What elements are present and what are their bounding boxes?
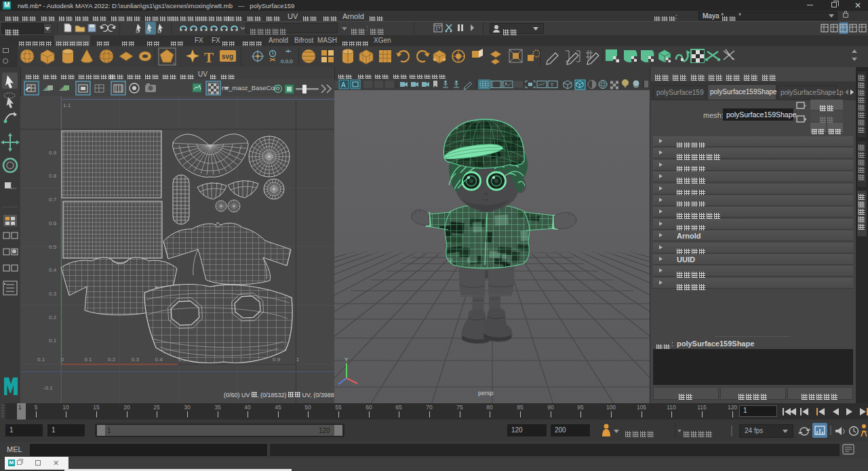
svg-text:1: 1 [18, 404, 22, 411]
svg-text:Y: Y [344, 356, 349, 363]
svg-text:60: 60 [366, 404, 372, 411]
svg-text:0.4: 0.4 [49, 267, 57, 273]
svg-text:T: T [551, 82, 554, 88]
svg-text:5: 5 [35, 404, 38, 411]
svg-text:105: 105 [637, 404, 646, 411]
svg-text:0.2: 0.2 [49, 314, 57, 321]
svg-text:0.6: 0.6 [49, 220, 57, 226]
svg-text:30: 30 [184, 404, 191, 411]
svg-text:50: 50 [304, 404, 311, 411]
svg-text:10: 10 [62, 404, 69, 411]
svg-text:70: 70 [426, 404, 433, 411]
svg-text:T: T [204, 49, 214, 66]
svg-text:0.5: 0.5 [49, 244, 57, 250]
svg-text:0.4: 0.4 [155, 356, 163, 363]
svg-text:persp: persp [478, 390, 494, 396]
svg-text:0.7: 0.7 [49, 197, 57, 203]
svg-text:120: 120 [728, 404, 737, 411]
svg-text:0.9: 0.9 [49, 150, 57, 156]
svg-text:0.1: 0.1 [37, 356, 45, 363]
svg-text:0: 0 [61, 356, 64, 363]
svg-text:1: 1 [296, 356, 300, 363]
svg-text:80: 80 [486, 404, 493, 411]
svg-text:0.3: 0.3 [49, 291, 57, 297]
svg-text:40: 40 [244, 404, 251, 411]
svg-text:25: 25 [153, 404, 160, 411]
svg-text:0.2: 0.2 [108, 356, 116, 363]
svg-text:A: A [341, 81, 346, 89]
svg-text:85: 85 [517, 404, 524, 411]
svg-text:55: 55 [335, 404, 342, 411]
svg-text:0.1: 0.1 [49, 337, 57, 344]
svg-text:65: 65 [395, 404, 402, 411]
svg-text:15: 15 [93, 404, 100, 411]
svg-text:35: 35 [214, 404, 221, 411]
svg-text:0.9: 0.9 [273, 356, 281, 363]
svg-text:90: 90 [547, 404, 554, 411]
svg-text:svg: svg [222, 53, 233, 60]
svg-text:0.1: 0.1 [84, 356, 92, 363]
svg-text:0.8: 0.8 [49, 173, 57, 179]
svg-text:0.3: 0.3 [132, 356, 140, 363]
svg-text:110: 110 [667, 404, 676, 411]
svg-text:75: 75 [456, 404, 463, 411]
svg-text:100: 100 [606, 404, 616, 411]
svg-text:45: 45 [275, 404, 281, 411]
svg-text:0,0,0: 0,0,0 [281, 58, 293, 64]
svg-text:-0.1: -0.1 [43, 385, 53, 391]
svg-text:1.1: 1.1 [63, 102, 71, 108]
svg-text:20: 20 [123, 404, 130, 411]
svg-text:115: 115 [697, 404, 707, 411]
svg-text:95: 95 [577, 404, 584, 411]
